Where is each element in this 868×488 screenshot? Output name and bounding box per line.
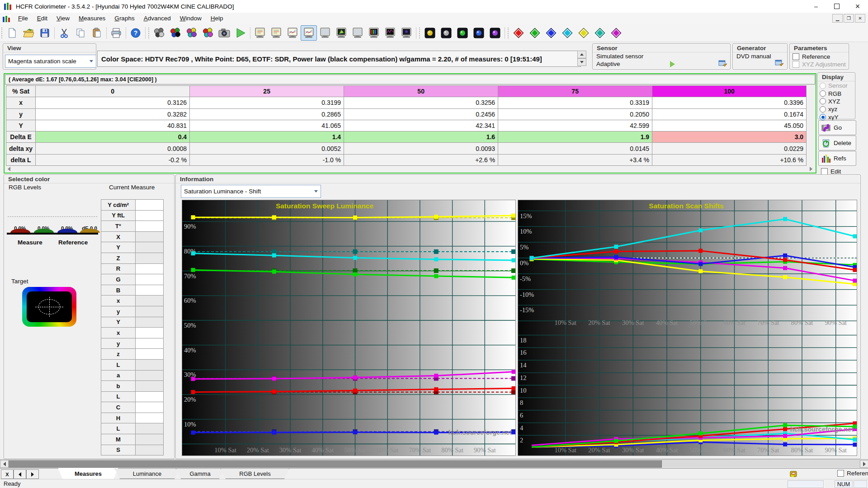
table-cell[interactable]: 0.2456 [344, 108, 498, 120]
reference-checkbox[interactable]: Reference [793, 53, 846, 60]
gem-yellow-icon[interactable] [576, 25, 592, 41]
table-cell[interactable]: 0.2865 [190, 108, 344, 120]
measure-all-icon[interactable] [200, 25, 216, 41]
table-cell[interactable]: 0.0145 [498, 143, 652, 154]
table-cell[interactable]: 0.3396 [652, 97, 807, 108]
table-cell[interactable]: 0.0229 [652, 143, 807, 154]
menu-item-graphs[interactable]: Graphs [110, 14, 139, 23]
view-monitor-icon[interactable] [349, 25, 366, 41]
tool-color-star-icon[interactable] [422, 25, 438, 41]
table-cell[interactable]: 42.599 [498, 120, 652, 131]
tab-luminance[interactable]: Luminance [115, 469, 179, 479]
edit-checkbox[interactable]: Edit [821, 168, 841, 175]
cut-icon[interactable] [56, 25, 72, 41]
column-header-100[interactable]: 100 [652, 86, 807, 97]
capture-icon[interactable] [216, 25, 232, 41]
gem-magenta-icon[interactable] [608, 25, 624, 41]
table-cell[interactable]: 0.0008 [36, 143, 190, 154]
table-cell[interactable]: 0.2050 [498, 108, 652, 120]
display-option-rgb[interactable]: RGB [820, 89, 853, 97]
mdi-minimize-icon[interactable]: ▁ [832, 14, 843, 23]
table-cell[interactable]: -0.2 % [36, 154, 190, 165]
notes-icon[interactable] [789, 470, 798, 479]
view-rgb-levels-icon[interactable] [366, 25, 382, 41]
view-black-screen-icon[interactable] [398, 25, 415, 41]
display-option-xyz[interactable]: XYZ [820, 98, 853, 105]
table-cell[interactable]: +3.4 % [498, 154, 652, 165]
table-cell[interactable]: 0.1674 [652, 108, 807, 120]
menu-item-file[interactable]: File [14, 14, 33, 23]
menu-item-measures[interactable]: Measures [74, 14, 110, 23]
menu-item-view[interactable]: View [52, 14, 74, 23]
mdi-restore-icon[interactable]: ❐ [844, 14, 854, 23]
spin-up-icon[interactable] [577, 51, 586, 58]
table-cell[interactable]: 45.050 [652, 120, 807, 131]
gem-red-icon[interactable] [510, 25, 527, 41]
tab-gamma[interactable]: Gamma [176, 469, 224, 479]
delete-button[interactable]: Delete [818, 136, 856, 150]
view-gamma-sheet-icon[interactable] [268, 25, 284, 41]
close-tab-icon[interactable]: X [1, 469, 14, 479]
tool-green-icon[interactable] [454, 25, 471, 41]
close-button[interactable]: × [847, 0, 868, 13]
save-file-icon[interactable] [37, 25, 53, 41]
spin-down-icon[interactable] [577, 58, 586, 66]
paste-icon[interactable] [89, 25, 105, 41]
column-header-50[interactable]: 50 [344, 86, 498, 97]
table-cell[interactable]: 0.0093 [344, 143, 498, 154]
sensor-config-icon[interactable] [718, 60, 728, 68]
table-cell[interactable]: 0.3282 [36, 108, 190, 120]
menu-item-advanced[interactable]: Advanced [139, 14, 175, 23]
table-cell[interactable]: 1.9 [498, 131, 652, 143]
minimize-button[interactable]: – [806, 0, 826, 13]
table-cell[interactable]: 0.3319 [498, 97, 652, 108]
status-reference-checkbox[interactable]: Reference [837, 470, 868, 477]
tool-gray-icon[interactable] [438, 25, 454, 41]
generator-config-icon[interactable] [774, 59, 784, 68]
measure-grayscale-icon[interactable] [151, 25, 167, 41]
table-cell[interactable]: 0.3256 [344, 97, 498, 108]
view-histogram-icon[interactable] [382, 25, 398, 41]
table-cell[interactable]: 1.4 [190, 131, 344, 143]
table-cell[interactable]: 1.6 [344, 131, 498, 143]
sensor-play-icon[interactable] [670, 61, 675, 67]
column-header-75[interactable]: 75 [498, 86, 652, 97]
measure-secondaries-icon[interactable] [184, 25, 200, 41]
view-measures-sheet-icon[interactable] [252, 25, 268, 41]
graph-type-select[interactable]: Saturation Luminance - Shift [181, 185, 321, 198]
table-cell[interactable]: 42.341 [344, 120, 498, 131]
new-file-icon[interactable] [4, 25, 20, 41]
view-luminance-graph-icon[interactable] [284, 25, 301, 41]
display-option-xyz[interactable]: xyz [820, 105, 853, 113]
print-icon[interactable] [108, 25, 124, 41]
scroll-right-icon[interactable] [860, 460, 868, 468]
gem-green-icon[interactable] [527, 25, 543, 41]
table-cell[interactable]: 40.831 [36, 120, 190, 131]
scroll-left-icon[interactable] [0, 460, 9, 468]
table-cell[interactable]: 0.3199 [190, 97, 344, 108]
column-header-25[interactable]: 25 [190, 86, 344, 97]
mdi-close-icon[interactable]: ✕ [855, 14, 865, 23]
copy-icon[interactable] [72, 25, 89, 41]
table-cell[interactable]: +2.6 % [344, 154, 498, 165]
run-measures-icon[interactable] [232, 25, 249, 41]
gem-blue-icon[interactable] [543, 25, 559, 41]
go-button[interactable]: Go [818, 120, 856, 135]
measure-primaries-icon[interactable] [167, 25, 184, 41]
scrollbar-thumb[interactable] [8, 460, 662, 468]
prev-tab-icon[interactable] [14, 469, 26, 479]
table-cell[interactable]: +10.6 % [652, 154, 807, 165]
scroll-right-icon[interactable] [810, 167, 812, 171]
table-cell[interactable]: 0.4 [36, 131, 190, 143]
table-scrollbar[interactable] [6, 166, 814, 172]
table-cell[interactable]: -1.0 % [190, 154, 344, 165]
refs-button[interactable]: Refs [818, 151, 856, 166]
table-cell[interactable]: 0.3126 [36, 97, 190, 108]
column-header-0[interactable]: 0 [36, 86, 190, 97]
menu-item-help[interactable]: Help [206, 14, 228, 23]
view-cie-chart-icon[interactable] [333, 25, 349, 41]
tab-rgb-levels[interactable]: RGB Levels [221, 469, 289, 479]
table-cell[interactable]: 41.065 [190, 120, 344, 131]
table-cell[interactable]: 3.0 [652, 131, 807, 143]
maximize-button[interactable] [826, 0, 847, 13]
